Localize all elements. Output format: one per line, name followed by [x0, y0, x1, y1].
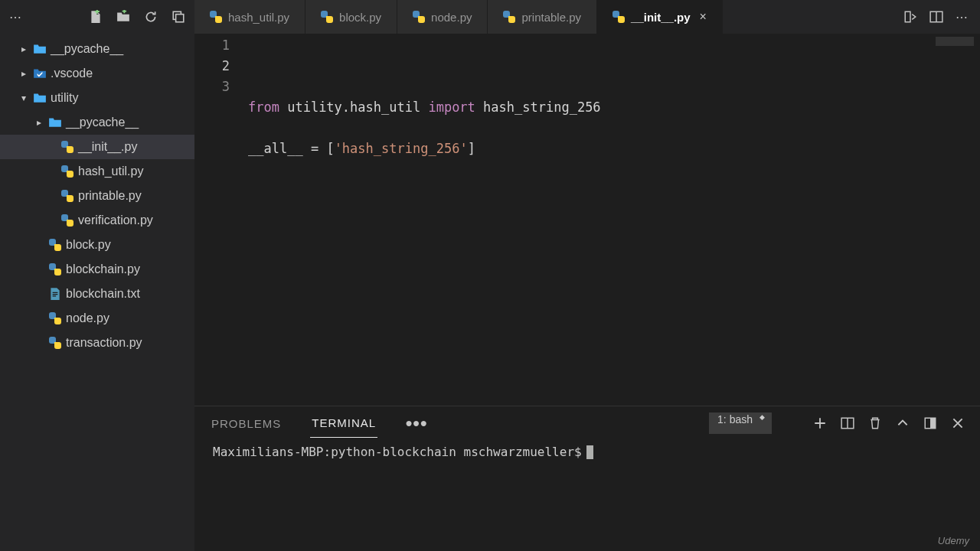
python-icon: [321, 11, 333, 23]
py-icon: [60, 141, 75, 153]
txt-icon: [47, 287, 63, 301]
refresh-icon[interactable]: [144, 10, 158, 24]
file-item[interactable]: verification.py: [0, 208, 194, 233]
code-line[interactable]: [248, 118, 980, 139]
editor-tabs: hash_util.py block.py node.py printable.…: [194, 0, 891, 34]
more-icon[interactable]: ⋯: [9, 10, 21, 24]
terminal-prompt: Maximilians-MBP:python-blockchain mschwa…: [213, 445, 582, 459]
new-file-icon[interactable]: [89, 10, 103, 24]
file-item[interactable]: transaction.py: [0, 331, 194, 355]
tab-label: __init__.py: [631, 11, 691, 24]
folder-item[interactable]: ▸__pycache__: [0, 37, 194, 61]
close-panel-icon[interactable]: [951, 416, 965, 430]
chevron-right-icon: ▸: [34, 117, 44, 128]
file-item[interactable]: hash_util.py: [0, 159, 194, 184]
file-explorer[interactable]: ▸__pycache__▸.vscode▾utility▸__pycache__…: [0, 34, 194, 551]
editor-tab[interactable]: node.py: [397, 0, 488, 34]
editor-tab[interactable]: block.py: [305, 0, 397, 34]
folder-icon: [32, 91, 47, 105]
tree-label: __pycache__: [51, 42, 194, 56]
tab-label: printable.py: [521, 11, 581, 24]
python-icon: [413, 11, 425, 23]
file-item[interactable]: blockchain.txt: [0, 282, 194, 306]
folder-item[interactable]: ▾utility: [0, 86, 194, 110]
panel-up-icon[interactable]: [896, 416, 910, 430]
folder-item[interactable]: ▸__pycache__: [0, 110, 194, 135]
new-folder-icon[interactable]: [116, 10, 130, 24]
new-terminal-icon[interactable]: [813, 416, 827, 430]
line-number: 1: [194, 35, 230, 56]
py-icon: [47, 263, 63, 276]
main-area: ▸__pycache__▸.vscode▾utility▸__pycache__…: [0, 34, 980, 551]
watermark: Udemy: [938, 535, 969, 546]
file-item[interactable]: printable.py: [0, 184, 194, 208]
line-gutter: 123: [194, 34, 248, 406]
more-actions-icon[interactable]: ⋯: [956, 10, 968, 24]
compare-icon[interactable]: [903, 10, 917, 24]
split-editor-icon[interactable]: [929, 10, 943, 24]
maximize-panel-icon[interactable]: [923, 416, 937, 430]
tree-label: block.py: [66, 238, 194, 252]
code-line[interactable]: __all__ = ['hash_string_256']: [248, 139, 980, 159]
py-icon: [60, 190, 75, 202]
split-terminal-icon[interactable]: [841, 416, 854, 430]
panel-actions: [813, 416, 965, 430]
svg-rect-8: [930, 418, 936, 429]
terminal-output[interactable]: Maximilians-MBP:python-blockchain mschwa…: [194, 440, 980, 551]
tree-label: node.py: [66, 311, 194, 325]
line-number: 2: [194, 56, 230, 77]
py-icon: [60, 165, 75, 178]
folder-icon: [32, 42, 47, 56]
python-icon: [210, 11, 222, 23]
topbar: ⋯ hash_util.py block.py node.py printabl…: [0, 0, 980, 34]
bottom-panel: PROBLEMS TERMINAL ●●● 1: bash Maximilian…: [194, 406, 980, 551]
tree-label: utility: [51, 91, 194, 105]
panel-more-icon[interactable]: ●●●: [405, 416, 427, 430]
file-item[interactable]: blockchain.py: [0, 257, 194, 282]
collapse-all-icon[interactable]: [172, 10, 185, 24]
chevron-right-icon: ▸: [18, 44, 29, 54]
terminal-cursor: [586, 445, 593, 459]
tab-problems[interactable]: PROBLEMS: [210, 409, 283, 438]
tree-label: __pycache__: [66, 116, 194, 129]
folder-icon: [47, 116, 63, 129]
file-item[interactable]: __init__.py: [0, 135, 194, 159]
tree-label: hash_util.py: [78, 165, 194, 178]
code-editor[interactable]: 123 from utility.hash_util import hash_s…: [194, 34, 980, 406]
minimap[interactable]: [936, 37, 974, 46]
tree-label: blockchain.txt: [66, 287, 194, 301]
chevron-right-icon: ▸: [18, 68, 29, 79]
tree-label: printable.py: [78, 189, 194, 203]
terminal-selector[interactable]: 1: bash: [709, 412, 772, 434]
panel-tabs: PROBLEMS TERMINAL ●●● 1: bash: [194, 406, 980, 440]
tab-terminal[interactable]: TERMINAL: [310, 409, 377, 438]
tab-label: node.py: [431, 11, 472, 24]
editor-tab[interactable]: __init__.py ×: [597, 0, 723, 34]
py-icon: [60, 214, 75, 227]
python-icon: [612, 11, 625, 23]
line-number: 3: [194, 77, 230, 97]
folder-item[interactable]: ▸.vscode: [0, 61, 194, 86]
tree-label: .vscode: [51, 67, 194, 80]
kill-terminal-icon[interactable]: [868, 416, 882, 430]
editor-panel: 123 from utility.hash_util import hash_s…: [194, 34, 980, 551]
vsfolder-icon: [32, 67, 47, 80]
py-icon: [47, 312, 63, 324]
tabbar-actions: ⋯: [891, 0, 980, 34]
tree-label: blockchain.py: [66, 262, 194, 276]
file-item[interactable]: block.py: [0, 233, 194, 257]
code-line[interactable]: from utility.hash_util import hash_strin…: [248, 97, 980, 118]
python-icon: [503, 11, 515, 23]
tree-label: verification.py: [78, 214, 194, 227]
tab-label: hash_util.py: [228, 11, 289, 24]
code-content[interactable]: from utility.hash_util import hash_strin…: [248, 34, 980, 406]
close-tab-icon[interactable]: ×: [700, 10, 707, 24]
py-icon: [47, 239, 63, 251]
py-icon: [47, 337, 63, 349]
tree-label: transaction.py: [66, 336, 194, 350]
chevron-down-icon: ▾: [18, 93, 29, 103]
tab-label: block.py: [339, 11, 381, 24]
editor-tab[interactable]: printable.py: [488, 0, 597, 34]
file-item[interactable]: node.py: [0, 306, 194, 331]
editor-tab[interactable]: hash_util.py: [194, 0, 305, 34]
